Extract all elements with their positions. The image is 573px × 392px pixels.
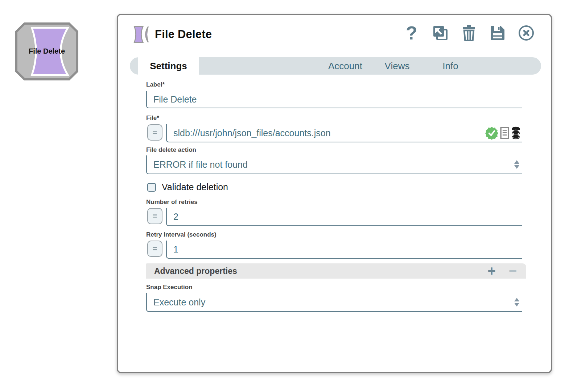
pipeline-canvas: File Delete File Delete ? — [0, 0, 573, 392]
validate-deletion-row: Validate deletion — [147, 182, 228, 192]
validation-success-seal-icon — [485, 126, 498, 140]
file-input-value: sldb:///usr/john/json_files/accounts.jso… — [173, 128, 331, 138]
save-floppy-icon — [489, 25, 506, 41]
label-input-value: File Delete — [153, 94, 197, 105]
close-dialog-button[interactable] — [518, 24, 535, 42]
snap-execution-label: Snap Execution — [146, 284, 193, 291]
label-input[interactable]: File Delete — [146, 91, 522, 108]
open-reference-button[interactable] — [432, 24, 449, 42]
database-browse-icon[interactable] — [511, 126, 521, 139]
retry-interval-label: Retry interval (seconds) — [146, 231, 217, 238]
advanced-properties-title: Advanced properties — [154, 266, 488, 276]
file-delete-action-value: ERROR if file not found — [153, 159, 248, 170]
close-icon — [518, 25, 535, 41]
advanced-properties-header: Advanced properties + − — [146, 263, 526, 279]
file-expression-toggle[interactable]: = — [147, 124, 162, 141]
retries-expression-toggle[interactable]: = — [147, 208, 162, 224]
file-delete-action-label: File delete action — [146, 146, 196, 154]
help-icon: ? — [406, 24, 417, 42]
collapse-icon[interactable]: − — [509, 264, 517, 278]
help-button[interactable]: ? — [403, 24, 420, 42]
canvas-snap-file-delete[interactable]: File Delete — [15, 22, 78, 80]
number-of-retries-value: 2 — [173, 212, 178, 222]
number-of-retries-input[interactable]: 2 — [166, 208, 522, 226]
retry-interval-value: 1 — [173, 244, 178, 255]
tab-settings[interactable]: Settings — [138, 57, 199, 75]
file-delete-action-select[interactable]: ERROR if file not found — [146, 155, 522, 174]
file-input[interactable]: sldb:///usr/john/json_files/accounts.jso… — [166, 124, 522, 142]
save-button[interactable] — [489, 24, 506, 42]
suggest-list-icon[interactable] — [500, 127, 509, 139]
snap-execution-select[interactable]: Execute only — [146, 293, 522, 312]
snap-execution-value: Execute only — [153, 297, 205, 308]
number-of-retries-label: Number of retries — [146, 199, 198, 206]
snap-settings-dialog: File Delete ? — [117, 14, 552, 373]
dialog-title: File Delete — [155, 28, 212, 41]
select-spinner-icon — [514, 160, 519, 169]
file-field-label: File* — [146, 114, 159, 122]
validate-deletion-label: Validate deletion — [162, 182, 228, 192]
tab-info[interactable]: Info — [442, 57, 458, 75]
snap-tile-label: File Delete — [17, 47, 76, 55]
open-in-new-icon — [432, 25, 449, 41]
tab-bar: Settings Account Views Info — [130, 57, 541, 75]
tab-account[interactable]: Account — [328, 57, 362, 75]
dialog-header-actions: ? — [403, 24, 535, 42]
trash-icon — [461, 25, 477, 41]
expand-icon[interactable]: + — [488, 264, 496, 278]
label-field-label: Label* — [146, 81, 165, 88]
snap-mini-icon — [132, 25, 151, 44]
retry-interval-expression-toggle[interactable]: = — [147, 241, 162, 257]
file-field-icons — [485, 126, 521, 140]
select-spinner-icon — [514, 298, 519, 306]
tab-views[interactable]: Views — [385, 57, 410, 75]
retry-interval-input[interactable]: 1 — [166, 241, 522, 259]
validate-deletion-checkbox[interactable] — [147, 183, 156, 192]
delete-snap-button[interactable] — [460, 24, 478, 42]
snap-tile-face: File Delete — [17, 25, 76, 78]
